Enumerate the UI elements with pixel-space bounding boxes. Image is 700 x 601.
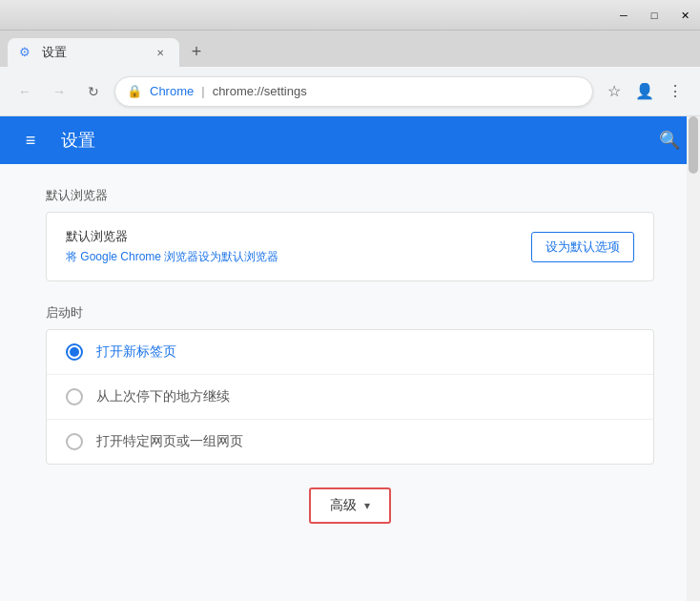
forward-icon: → xyxy=(52,84,66,99)
tab-settings[interactable]: ⚙ 设置 ✕ xyxy=(8,38,179,67)
reload-button[interactable]: ↻ xyxy=(80,78,107,105)
default-browser-row: 默认浏览器 将 Google Chrome 浏览器设为默认浏览器 设为默认选项 xyxy=(47,213,653,280)
startup-option-1[interactable]: 打开新标签页 xyxy=(47,330,653,375)
back-button[interactable]: ← xyxy=(11,78,38,105)
startup-option-2-label: 从上次停下的地方继续 xyxy=(96,388,230,405)
default-browser-section-title: 默认浏览器 xyxy=(46,187,654,204)
tab-favicon: ⚙ xyxy=(19,45,34,60)
titlebar xyxy=(0,0,700,31)
set-default-button[interactable]: 设为默认选项 xyxy=(531,232,634,262)
radio-circle-1 xyxy=(66,343,83,361)
default-browser-sublabel: 将 Google Chrome 浏览器设为默认浏览器 xyxy=(66,249,516,265)
tab-title: 设置 xyxy=(42,44,145,61)
menu-button[interactable]: ⋮ xyxy=(662,78,689,105)
settings-content: 默认浏览器 默认浏览器 将 Google Chrome 浏览器设为默认浏览器 设… xyxy=(0,164,700,601)
bookmark-button[interactable]: ☆ xyxy=(601,78,628,105)
radio-circle-2 xyxy=(66,388,83,405)
minimize-button[interactable] xyxy=(608,0,639,31)
hamburger-button[interactable]: ≡ xyxy=(15,125,46,155)
address-bar-icons: ☆ 👤 ⋮ xyxy=(601,78,689,105)
default-browser-card: 默认浏览器 将 Google Chrome 浏览器设为默认浏览器 设为默认选项 xyxy=(46,212,654,281)
url-text: chrome://settings xyxy=(213,84,307,98)
advanced-button[interactable]: 高级 ▾ xyxy=(309,487,391,524)
radio-inner-1 xyxy=(70,347,79,357)
chrome-brand-label: Chrome xyxy=(150,84,194,98)
tab-bar: ⚙ 设置 ✕ + xyxy=(0,31,700,67)
advanced-section: 高级 ▾ xyxy=(46,487,654,524)
startup-option-2[interactable]: 从上次停下的地方继续 xyxy=(47,375,653,420)
new-tab-button[interactable]: + xyxy=(183,38,210,65)
scrollbar-thumb[interactable] xyxy=(689,116,698,174)
startup-section-title: 启动时 xyxy=(46,304,654,321)
startup-option-3-label: 打开特定网页或一组网页 xyxy=(96,433,243,450)
settings-header: ≡ 设置 🔍 xyxy=(0,116,700,164)
search-button[interactable]: 🔍 xyxy=(654,125,685,155)
bookmark-icon: ☆ xyxy=(607,82,621,100)
back-icon: ← xyxy=(18,84,31,99)
menu-icon: ⋮ xyxy=(668,82,683,100)
default-browser-text: 默认浏览器 将 Google Chrome 浏览器设为默认浏览器 xyxy=(66,228,516,265)
tab-close-button[interactable]: ✕ xyxy=(153,45,168,60)
default-browser-label: 默认浏览器 xyxy=(66,228,516,245)
account-button[interactable]: 👤 xyxy=(631,78,658,105)
close-button[interactable] xyxy=(669,0,700,31)
reload-icon: ↻ xyxy=(88,84,99,99)
maximize-icon xyxy=(651,9,658,22)
minimize-icon xyxy=(620,9,628,22)
startup-option-1-label: 打开新标签页 xyxy=(96,343,176,361)
radio-circle-3 xyxy=(66,433,83,450)
url-separator: | xyxy=(201,84,204,98)
maximize-button[interactable] xyxy=(639,0,669,31)
hamburger-icon: ≡ xyxy=(26,131,36,151)
search-icon: 🔍 xyxy=(659,130,680,151)
forward-button[interactable]: → xyxy=(46,78,72,105)
startup-option-3[interactable]: 打开特定网页或一组网页 xyxy=(47,420,653,464)
address-bar: ← → ↻ 🔒 Chrome | chrome://settings ☆ 👤 ⋮ xyxy=(0,67,700,116)
chevron-down-icon: ▾ xyxy=(364,499,370,512)
close-icon xyxy=(681,9,690,22)
scrollbar-track[interactable] xyxy=(687,116,700,601)
advanced-button-label: 高级 xyxy=(330,497,357,514)
account-icon: 👤 xyxy=(635,82,654,100)
page-title: 设置 xyxy=(61,129,639,152)
window-controls xyxy=(608,0,700,31)
lock-icon: 🔒 xyxy=(127,84,142,98)
startup-card: 打开新标签页 从上次停下的地方继续 打开特定网页或一组网页 xyxy=(46,329,654,465)
url-bar[interactable]: 🔒 Chrome | chrome://settings xyxy=(114,76,593,107)
